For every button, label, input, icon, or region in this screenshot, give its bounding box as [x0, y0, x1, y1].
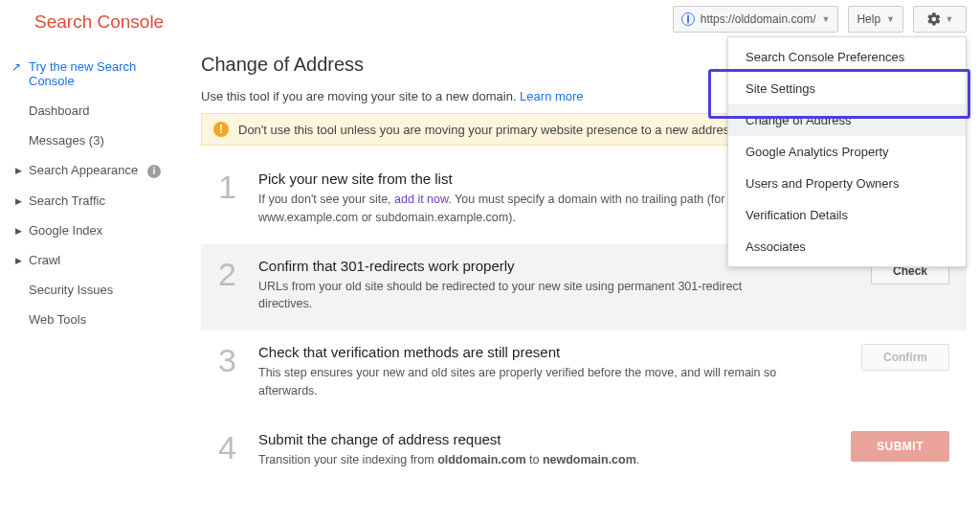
sidebar-item-try-new[interactable]: ↗ Try the new Search Console [8, 52, 191, 96]
step-desc: Transition your site indexing from olddo… [258, 451, 794, 469]
chevron-down-icon: ▼ [886, 14, 895, 24]
globe-icon [681, 12, 695, 26]
add-it-now-link[interactable]: add it now. [394, 193, 452, 206]
menu-item-users[interactable]: Users and Property Owners [728, 168, 966, 199]
sidebar-item-label: Crawl [29, 253, 60, 267]
sidebar-item-label: Try the new Search Console [29, 59, 136, 88]
sidebar-item-label: Search Appearance [29, 163, 138, 177]
help-button[interactable]: Help ▼ [848, 6, 903, 33]
menu-item-preferences[interactable]: Search Console Preferences [728, 41, 966, 73]
external-link-icon: ↗ [11, 60, 21, 74]
app-logo: Search Console [34, 11, 164, 33]
sidebar-item-web-tools[interactable]: Web Tools [8, 305, 191, 334]
caret-right-icon: ▶ [15, 256, 22, 265]
sidebar-item-label: Search Traffic [29, 193, 105, 208]
sidebar-item-messages[interactable]: Messages (3) [8, 125, 191, 155]
old-domain: olddomain.com [437, 453, 525, 466]
step-desc: URLs from your old site should be redire… [258, 278, 794, 314]
menu-item-verification[interactable]: Verification Details [728, 199, 966, 231]
caret-right-icon: ▶ [15, 196, 22, 206]
alert-text: Don't use this tool unless you are movin… [238, 123, 739, 137]
info-icon: i [147, 165, 161, 178]
sidebar-item-label: Web Tools [29, 312, 86, 327]
sidebar-item-crawl[interactable]: ▶ Crawl [8, 245, 191, 275]
property-url: https://olddomain.com/ [701, 12, 816, 26]
intro-text: Use this tool if you are moving your sit… [201, 89, 520, 103]
sidebar: ↗ Try the new Search Console Dashboard M… [0, 52, 191, 334]
confirm-button[interactable]: Confirm [861, 344, 949, 371]
submit-button[interactable]: SUBMIT [851, 431, 949, 462]
sidebar-item-label: Dashboard [29, 103, 90, 118]
chevron-down-icon: ▼ [821, 14, 830, 24]
menu-item-change-of-address[interactable]: Change of Address [728, 104, 966, 136]
sidebar-item-label: Messages (3) [29, 133, 104, 148]
learn-more-link[interactable]: Learn more [520, 89, 583, 103]
caret-right-icon: ▶ [15, 166, 22, 175]
sidebar-item-google-index[interactable]: ▶ Google Index [8, 216, 191, 245]
gear-icon [926, 11, 942, 27]
step-desc: This step ensures your new and old sites… [258, 364, 794, 400]
step-title: Pick your new site from the list [258, 171, 781, 187]
sidebar-item-security[interactable]: Security Issues [8, 275, 191, 305]
settings-menu: Search Console Preferences Site Settings… [727, 36, 967, 267]
step-title: Submit the change of address request [258, 431, 834, 447]
sidebar-item-search-traffic[interactable]: ▶ Search Traffic [8, 186, 191, 216]
step-number: 4 [218, 431, 241, 464]
menu-item-site-settings[interactable]: Site Settings [728, 73, 966, 104]
step-number: 3 [218, 344, 241, 376]
step-4: 4 Submit the change of address request T… [201, 418, 967, 487]
sidebar-item-label: Security Issues [29, 283, 113, 297]
step-3: 3 Check that verification methods are st… [201, 330, 967, 418]
menu-item-associates[interactable]: Associates [728, 231, 966, 262]
menu-item-google-analytics[interactable]: Google Analytics Property [728, 136, 966, 168]
chevron-down-icon: ▼ [946, 14, 954, 24]
sidebar-item-dashboard[interactable]: Dashboard [8, 96, 191, 125]
caret-right-icon: ▶ [15, 226, 22, 236]
warning-icon: ! [213, 122, 229, 137]
step-number: 1 [218, 171, 241, 203]
sidebar-item-search-appearance[interactable]: ▶ Search Appearance i [8, 155, 191, 186]
sidebar-item-label: Google Index [29, 223, 102, 238]
step-title: Check that verification methods are stil… [258, 344, 844, 360]
new-domain: newdomain.com [543, 453, 636, 466]
property-selector[interactable]: https://olddomain.com/ ▼ [673, 6, 839, 33]
step-desc: If you don't see your site, add it now. … [258, 191, 781, 227]
step-number: 2 [218, 258, 241, 290]
help-label: Help [857, 12, 880, 26]
settings-button[interactable]: ▼ [913, 6, 967, 33]
